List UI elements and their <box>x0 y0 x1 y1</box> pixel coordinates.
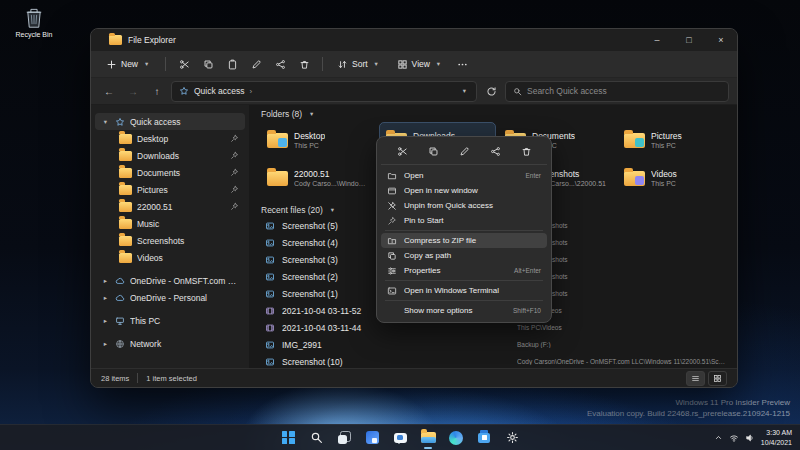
sidebar-item-quick-access[interactable]: ▾ Quick access <box>95 113 245 130</box>
maximize-button[interactable]: □ <box>673 29 705 51</box>
widgets-icon <box>366 431 379 444</box>
sidebar-item-videos[interactable]: Videos <box>95 249 245 266</box>
chat-button[interactable] <box>389 427 411 449</box>
menu-item-open-new-window[interactable]: Open in new window <box>381 183 547 198</box>
watermark-line2: Evaluation copy. Build 22468.rs_prerelea… <box>587 408 790 420</box>
task-view-button[interactable] <box>333 427 355 449</box>
see-more-button[interactable] <box>452 54 474 74</box>
sidebar-item-documents[interactable]: Documents <box>95 164 245 181</box>
chevron-down-icon[interactable]: ▾ <box>101 118 110 126</box>
view-button[interactable]: View ▾ <box>390 54 450 74</box>
folders-section-header[interactable]: Folders (8) ▾ <box>261 107 729 121</box>
tray-overflow-button[interactable] <box>714 433 723 442</box>
start-button[interactable] <box>277 427 299 449</box>
menu-item-open-windows-terminal[interactable]: Open in Windows Terminal <box>381 283 547 298</box>
recycle-bin-icon <box>24 6 44 29</box>
chevron-down-icon: ▾ <box>142 60 151 68</box>
chevron-right-icon[interactable]: ▸ <box>101 277 110 285</box>
new-button[interactable]: New ▾ <box>99 54 158 74</box>
search-box[interactable] <box>505 81 729 102</box>
folder-tile-22000-51[interactable]: 22000.51Cody Carso...\Windows 11 <box>261 161 376 195</box>
menu-item-copy-as-path[interactable]: Copy as path <box>381 248 547 263</box>
refresh-button[interactable] <box>481 82 501 100</box>
address-dropdown-icon[interactable]: ▾ <box>460 87 469 95</box>
new-button-label: New <box>121 59 138 69</box>
copy-button[interactable] <box>424 144 442 159</box>
close-button[interactable]: × <box>705 29 737 51</box>
large-icons-view-button[interactable] <box>708 371 727 386</box>
paste-button[interactable] <box>221 54 243 74</box>
sidebar-item-desktop[interactable]: Desktop <box>95 130 245 147</box>
sidebar-item-onedrive-onmsft[interactable]: ▸ OneDrive - OnMSFT.com LLC <box>95 272 245 289</box>
menu-item-properties[interactable]: Properties Alt+Enter <box>381 263 547 278</box>
folder-icon <box>119 236 132 246</box>
chevron-right-icon[interactable]: ▸ <box>101 294 110 302</box>
taskbar-search-button[interactable] <box>305 427 327 449</box>
share-icon <box>490 146 501 157</box>
sidebar-item-pictures[interactable]: Pictures <box>95 181 245 198</box>
delete-button[interactable] <box>293 54 315 74</box>
pin-icon <box>230 168 239 177</box>
breadcrumb[interactable]: Quick access <box>194 86 245 96</box>
network-icon[interactable] <box>729 433 739 443</box>
recent-file-row[interactable]: IMG_2991 Backup (F:) <box>261 336 729 353</box>
onedrive-cloud-icon <box>115 276 125 286</box>
cut-icon <box>397 146 408 157</box>
address-breadcrumb[interactable]: Quick access › ▾ <box>171 81 477 102</box>
sidebar-item-this-pc[interactable]: ▸ This PC <box>95 312 245 329</box>
selection-count: 1 item selected <box>146 374 196 383</box>
store-button[interactable] <box>473 427 495 449</box>
share-button[interactable] <box>486 144 504 159</box>
sidebar-item-22000-51[interactable]: 22000.51 <box>95 198 245 215</box>
up-button[interactable]: ↑ <box>147 82 167 100</box>
edge-button[interactable] <box>445 427 467 449</box>
sidebar-item-downloads[interactable]: Downloads <box>95 147 245 164</box>
back-button[interactable]: ← <box>99 82 119 100</box>
folder-tile-videos[interactable]: VideosThis PC <box>618 161 733 195</box>
details-view-button[interactable] <box>686 371 705 386</box>
clock[interactable]: 3:30 AM 10/4/2021 <box>761 428 792 448</box>
image-file-icon <box>265 221 275 231</box>
terminal-icon <box>387 286 397 296</box>
widgets-button[interactable] <box>361 427 383 449</box>
folder-tile-desktop[interactable]: DesktopThis PC <box>261 123 376 157</box>
menu-item-pin-to-start[interactable]: Pin to Start <box>381 213 547 228</box>
recent-file-row[interactable]: Screenshot (10) Cody Carson\OneDrive - O… <box>261 353 729 368</box>
delete-button[interactable] <box>517 144 535 159</box>
chevron-right-icon[interactable]: ▸ <box>101 340 110 348</box>
forward-button[interactable]: → <box>123 82 143 100</box>
sidebar-item-screenshots[interactable]: Screenshots <box>95 232 245 249</box>
pin-icon <box>230 202 239 211</box>
cut-button[interactable] <box>173 54 195 74</box>
menu-item-open[interactable]: Open Enter <box>381 168 547 183</box>
sidebar-item-network[interactable]: ▸ Network <box>95 335 245 352</box>
menu-item-compress-zip[interactable]: Compress to ZIP file <box>381 233 547 248</box>
folder-tile-pictures[interactable]: PicturesThis PC <box>618 123 733 157</box>
settings-button[interactable] <box>501 427 523 449</box>
this-pc-icon <box>115 316 125 326</box>
sidebar-item-onedrive-personal[interactable]: ▸ OneDrive - Personal <box>95 289 245 306</box>
cut-icon <box>179 59 190 70</box>
new-window-icon <box>387 186 397 196</box>
share-button[interactable] <box>269 54 291 74</box>
sidebar-item-music[interactable]: Music <box>95 215 245 232</box>
store-icon <box>478 433 490 443</box>
cut-button[interactable] <box>393 144 411 159</box>
recycle-bin[interactable]: Recycle Bin <box>10 6 58 38</box>
rename-button[interactable] <box>455 144 473 159</box>
caption-buttons: – □ × <box>641 29 737 51</box>
chevron-right-icon[interactable]: ▸ <box>101 317 110 325</box>
system-tray: 3:30 AM 10/4/2021 <box>710 425 796 450</box>
rename-button[interactable] <box>245 54 267 74</box>
file-explorer-button[interactable] <box>417 427 439 449</box>
copy-button[interactable] <box>197 54 219 74</box>
window-tab[interactable]: File Explorer <box>101 29 184 51</box>
menu-item-unpin-quick-access[interactable]: Unpin from Quick access <box>381 198 547 213</box>
menu-item-show-more-options[interactable]: Show more options Shift+F10 <box>381 303 547 318</box>
breadcrumb-separator: › <box>250 87 253 96</box>
sort-button[interactable]: Sort ▾ <box>330 54 388 74</box>
pin-icon <box>230 151 239 160</box>
volume-icon[interactable] <box>745 433 755 443</box>
search-input[interactable] <box>527 86 721 96</box>
minimize-button[interactable]: – <box>641 29 673 51</box>
